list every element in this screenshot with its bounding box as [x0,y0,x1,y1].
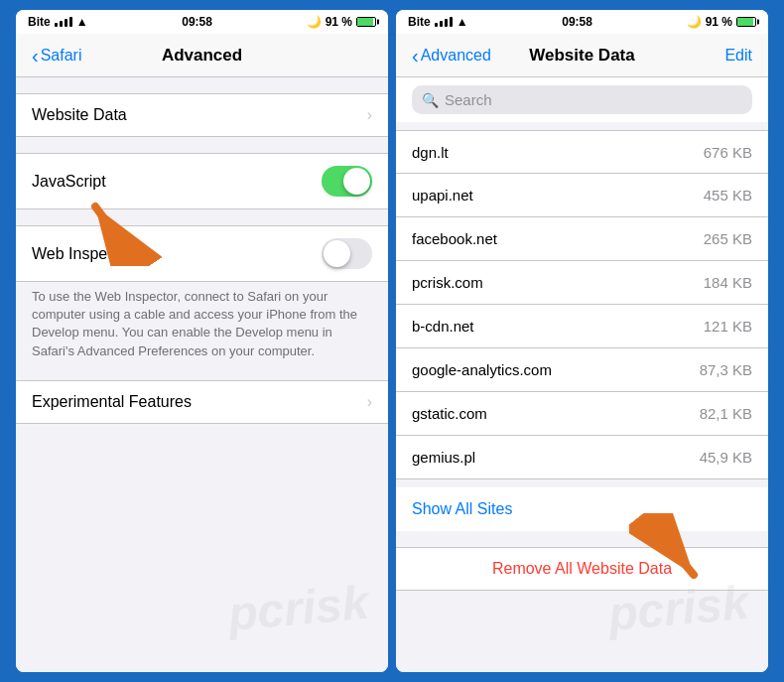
signal-bars-right [435,17,453,27]
carrier-left: Bite [28,15,51,29]
data-item-6[interactable]: gstatic.com 82,1 KB [396,392,768,436]
toggle-knob-wi [324,240,350,267]
site-name-6: gstatic.com [412,405,700,422]
website-data-list: dgn.lt 676 KB upapi.net 455 KB facebook.… [396,130,768,479]
search-input-wrap[interactable]: 🔍 Search [412,85,752,114]
status-right-right: 🌙 91 % [687,15,756,29]
javascript-toggle[interactable] [322,166,372,197]
site-name-2: facebook.net [412,230,704,247]
web-inspector-item: Web Inspector [16,225,388,282]
data-item-0[interactable]: dgn.lt 676 KB [396,130,768,174]
signal-bars-left [55,17,72,27]
data-item-5[interactable]: google-analytics.com 87,3 KB [396,348,768,392]
status-bar-left: Bite ▲ 09:58 🌙 91 % [16,10,388,34]
data-item-1[interactable]: upapi.net 455 KB [396,174,768,217]
website-data-group: Website Data › [16,93,388,137]
bar2r [440,21,443,27]
show-all-item[interactable]: Show All Sites [396,487,768,531]
site-name-0: dgn.lt [412,144,704,161]
javascript-label: JavaScript [32,173,322,191]
remove-all-item[interactable]: Remove All Website Data [396,547,768,591]
back-label-left: Safari [41,47,82,65]
site-name-3: pcrisk.com [412,274,704,291]
edit-button[interactable]: Edit [724,47,752,65]
chevron-left-icon-right: ‹ [412,46,419,66]
site-size-1: 455 KB [704,187,752,204]
search-placeholder: Search [445,91,492,108]
web-inspector-footer: To use the Web Inspector, connect to Saf… [16,282,388,372]
site-size-7: 45,9 KB [700,449,752,466]
moon-icon-right: 🌙 [687,15,702,29]
site-name-5: google-analytics.com [412,361,700,378]
battery-fill-left [357,18,373,26]
site-size-2: 265 KB [704,230,752,247]
nav-title-right: Website Data [529,46,634,66]
right-phone: Bite ▲ 09:58 🌙 91 % ‹ Advanced Website D… [396,10,768,672]
web-inspector-label: Web Inspector [32,245,322,263]
site-name-7: gemius.pl [412,449,700,466]
time-right: 09:58 [562,15,592,29]
javascript-group: JavaScript [16,153,388,209]
javascript-item: JavaScript [16,153,388,209]
experimental-chevron: › [367,393,372,411]
data-item-4[interactable]: b-cdn.net 121 KB [396,305,768,348]
remove-all-group: Remove All Website Data [396,547,768,591]
site-name-1: upapi.net [412,187,704,204]
bar1 [55,23,58,27]
show-all-group: Show All Sites [396,487,768,531]
search-bar: 🔍 Search [396,77,768,122]
site-size-4: 121 KB [704,318,752,335]
nav-bar-left: ‹ Safari Advanced [16,34,388,77]
bar3r [445,19,448,27]
data-item-3[interactable]: pcrisk.com 184 KB [396,261,768,305]
battery-icon-right [736,17,756,27]
search-icon: 🔍 [422,92,439,108]
website-data-label: Website Data [32,106,367,124]
battery-pct-left: 91 % [326,15,352,29]
toggle-knob-js [343,168,370,195]
experimental-label: Experimental Features [32,393,367,411]
bar3 [65,19,67,27]
site-size-6: 82,1 KB [700,405,752,422]
chevron-right-icon: › [367,106,372,124]
content-left: Website Data › JavaScript Web Inspector … [16,77,388,672]
back-button-left[interactable]: ‹ Safari [32,46,81,66]
data-item-7[interactable]: gemius.pl 45,9 KB [396,436,768,479]
site-size-3: 184 KB [704,274,752,291]
moon-icon-left: 🌙 [307,15,322,29]
chevron-left-icon: ‹ [32,46,39,66]
experimental-group: Experimental Features › [16,380,388,424]
status-left: Bite ▲ [28,15,88,29]
wifi-icon-left: ▲ [76,15,88,29]
battery-fill-right [737,18,753,26]
remove-all-label[interactable]: Remove All Website Data [412,560,752,578]
wifi-icon-right: ▲ [457,15,468,29]
time-left: 09:58 [182,15,212,29]
status-bar-right: Bite ▲ 09:58 🌙 91 % [396,10,768,34]
show-all-label[interactable]: Show All Sites [412,500,512,518]
site-size-5: 87,3 KB [700,361,752,378]
bar4 [69,17,72,27]
web-inspector-group: Web Inspector To use the Web Inspector, … [16,225,388,372]
back-label-right: Advanced [421,47,491,65]
experimental-item[interactable]: Experimental Features › [16,380,388,424]
watermark-left: pcrisk [226,579,370,638]
content-right: dgn.lt 676 KB upapi.net 455 KB facebook.… [396,122,768,672]
bar2 [60,21,63,27]
website-data-item[interactable]: Website Data › [16,93,388,137]
bar1r [435,23,438,27]
back-button-right[interactable]: ‹ Advanced [412,46,491,66]
site-name-4: b-cdn.net [412,318,704,335]
bar4r [450,17,453,27]
data-item-2[interactable]: facebook.net 265 KB [396,217,768,261]
battery-pct-right: 91 % [706,15,732,29]
nav-bar-right: ‹ Advanced Website Data Edit [396,34,768,77]
carrier-right: Bite [408,15,431,29]
web-inspector-toggle[interactable] [322,238,372,269]
site-size-0: 676 KB [704,144,752,161]
status-right-left: 🌙 91 % [307,15,376,29]
status-left-right: Bite ▲ [408,15,468,29]
nav-title-left: Advanced [162,46,242,66]
battery-icon-left [356,17,376,27]
left-phone: Bite ▲ 09:58 🌙 91 % ‹ Safari Advanced [16,10,388,672]
